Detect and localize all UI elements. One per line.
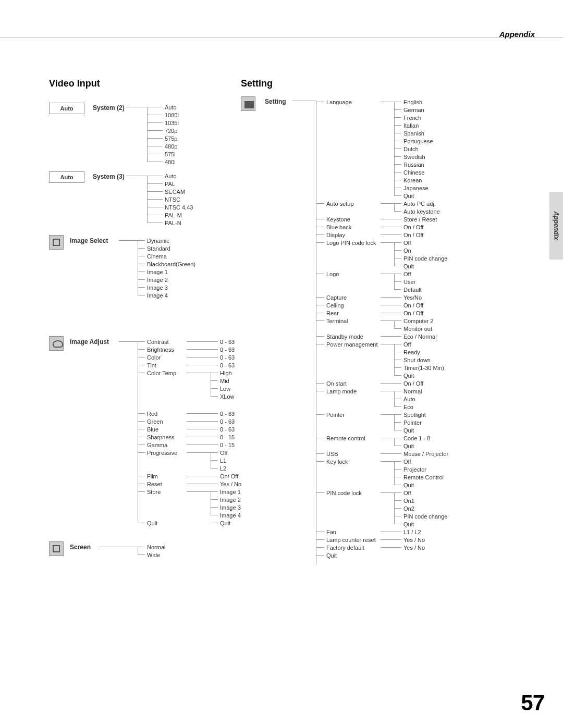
auto-icon <box>49 103 84 114</box>
tree-value: 0 - 63 <box>220 426 235 433</box>
page-header: Appendix <box>0 38 563 38</box>
tree-item: Image 4 <box>147 292 168 299</box>
tree-item: Logo PIN code lock <box>326 240 376 246</box>
tree-item: Quit <box>326 552 337 559</box>
tree-value: Normal <box>403 388 422 394</box>
tree-value: Code 1 - 8 <box>403 435 430 441</box>
tree-value: Quit <box>403 482 414 488</box>
tree-item: Lamp mode <box>326 388 357 394</box>
tree-item: Red <box>147 411 157 417</box>
tree-item: Ceiling <box>326 302 344 309</box>
image-adjust-icon <box>49 336 64 351</box>
system3-label: System (3) <box>93 173 125 180</box>
tree-value: On1 <box>403 498 414 504</box>
tree-value: Yes / No <box>403 537 425 543</box>
tree-value: Quit <box>403 373 414 379</box>
tree-item: Dynamic <box>147 238 169 244</box>
tree-item: Contrast <box>147 339 169 345</box>
tree-value: Off <box>403 459 411 465</box>
tree-value: Japanese <box>403 185 429 191</box>
tree-item: Power management <box>326 341 377 348</box>
tree-item: Sharpness <box>147 434 175 440</box>
tree-item: 480p <box>165 143 177 150</box>
tree-item: USB <box>326 451 338 457</box>
tree-value: Off <box>220 450 227 456</box>
tree-item: Film <box>147 473 158 479</box>
tree-item: Blue back <box>326 224 351 230</box>
tree-item: Quit <box>147 520 157 526</box>
tree-item: PIN code lock <box>326 490 362 496</box>
tree-value: User <box>403 279 415 285</box>
tree-value: Quit <box>403 521 414 527</box>
tree-value: On / Off <box>403 302 423 309</box>
page-number: 57 <box>521 690 544 715</box>
tree-item: 575i <box>165 151 176 157</box>
tree-value: Italian <box>403 122 419 129</box>
tree-item: Color <box>147 354 161 361</box>
tree-item: Key lock <box>326 459 348 465</box>
tree-value: Mouse / Projector <box>403 451 448 457</box>
tree-value: 0 - 63 <box>220 339 235 345</box>
image-select-icon <box>49 235 64 250</box>
tree-item: Color Temp <box>147 370 176 376</box>
tree-value: Image 3 <box>220 504 241 511</box>
tree-item: Capture <box>326 294 347 301</box>
screen-icon <box>49 541 64 556</box>
tree-value: Auto keystone <box>403 208 440 215</box>
tree-value: Quit <box>403 193 414 199</box>
tree-value: Russian <box>403 162 424 168</box>
tree-value: Projector <box>403 466 426 473</box>
tree-item: 720p <box>165 128 177 134</box>
setting-icon <box>241 96 255 111</box>
tree-item: Auto <box>165 173 177 179</box>
tree-item: 1035i <box>165 120 179 126</box>
tree-item: Standby mode <box>326 334 363 340</box>
tree-value: Image 4 <box>220 512 241 519</box>
tree-item: Blue <box>147 426 158 433</box>
tree-item: Keystone <box>326 216 350 223</box>
setting-root: Setting <box>265 98 286 105</box>
tree-value: Store / Reset <box>403 216 437 223</box>
tree-value: XLow <box>220 393 235 400</box>
tree-value: On / Off <box>403 380 423 387</box>
tree-item: Fan <box>326 529 336 535</box>
tree-item: Logo <box>326 271 339 277</box>
tree-value: Ready <box>403 349 420 355</box>
tree-value: Mid <box>220 378 229 384</box>
tree-value: Image 1 <box>220 489 241 495</box>
tree-item: PAL-N <box>165 220 181 226</box>
tree-value: 0 - 15 <box>220 434 235 440</box>
tree-value: 0 - 63 <box>220 411 235 417</box>
tree-item: Blackboard(Green) <box>147 261 195 267</box>
tree-item: Tint <box>147 362 156 368</box>
tree-value: Yes / No <box>403 545 425 551</box>
tree-value: 0 - 63 <box>220 362 235 368</box>
tree-item: Gamma <box>147 442 167 448</box>
screen-label: Screen <box>70 544 91 551</box>
tree-value: Default <box>403 287 422 293</box>
image-select-label: Image Select <box>70 237 108 244</box>
tree-value: Yes/No <box>403 294 422 301</box>
tree-value: Yes / No <box>220 481 241 487</box>
tree-item: Language <box>326 99 352 105</box>
tree-value: Quit <box>220 520 230 526</box>
auto-icon-2 <box>49 171 84 183</box>
tree-value: Off <box>403 490 411 496</box>
tree-value: On2 <box>403 505 414 512</box>
video-input-heading: Video Input <box>49 78 247 89</box>
tree-item: PAL <box>165 181 175 187</box>
tree-item: Display <box>326 232 345 238</box>
tree-value: On / Off <box>403 310 423 316</box>
tree-item: Image 2 <box>147 277 168 283</box>
tree-value: Timer(1-30 Min) <box>403 365 444 371</box>
tree-value: L2 <box>220 465 226 472</box>
tree-value: On <box>403 248 411 254</box>
tree-value: 0 - 15 <box>220 442 235 448</box>
side-tab-label: Appendix <box>553 212 560 240</box>
tree-item: Auto <box>165 104 177 110</box>
tree-item: Store <box>147 489 161 495</box>
tree-item: Image 3 <box>147 285 168 291</box>
tree-value: Dutch <box>403 146 419 152</box>
tree-item: Brightness <box>147 347 174 353</box>
tree-value: Shut down <box>403 357 431 363</box>
